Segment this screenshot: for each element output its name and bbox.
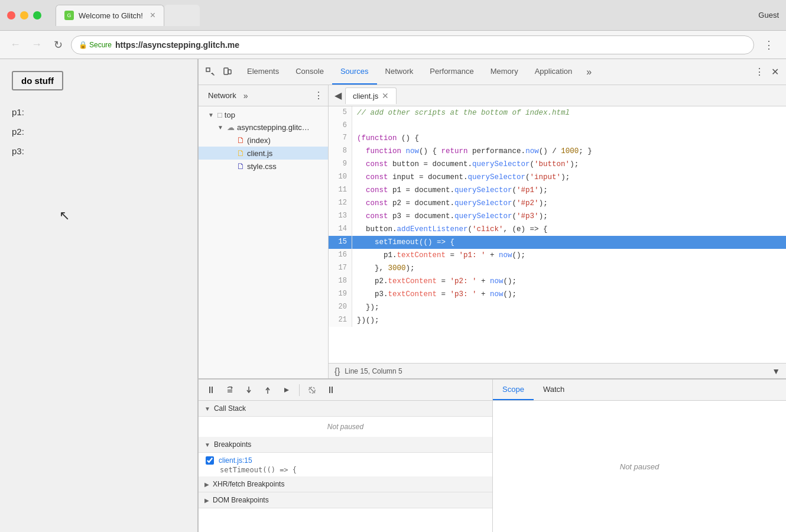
tab-elements[interactable]: Elements (239, 59, 287, 85)
line-number: 10 (329, 171, 352, 184)
back-button[interactable]: ← (7, 37, 24, 53)
maximize-button[interactable] (33, 11, 41, 20)
line-number: 5 (329, 106, 352, 119)
tab-memory[interactable]: Memory (482, 59, 527, 85)
code-line-7[interactable]: 7 (function () { (329, 132, 786, 145)
pause-on-exceptions-button[interactable]: ⏸ (323, 383, 339, 397)
tab-network[interactable]: Network (377, 59, 422, 85)
breakpoints-header[interactable]: ▼ Breakpoints (199, 437, 492, 453)
url-bar[interactable]: 🔒 Secure https://asyncstepping.glitch.me (71, 35, 754, 54)
format-icon[interactable]: {} (334, 366, 340, 376)
code-line-10[interactable]: 10 const input = document.querySelector(… (329, 171, 786, 184)
code-line-13[interactable]: 13 const p3 = document.querySelector('#p… (329, 210, 786, 223)
device-toolbar-button[interactable] (220, 65, 234, 79)
breakpoint-code: setTimeout(() => { (206, 466, 485, 474)
code-line-8[interactable]: 8 function now() { return performance.no… (329, 145, 786, 158)
tree-arrow-icon: ▼ (217, 124, 225, 131)
sources-panel: Network » ⋮ ▼ □ top ▼ ☁ asyncsteppi (199, 85, 786, 378)
code-line-19[interactable]: 19 p3.textContent = 'p3: ' + now(); (329, 288, 786, 301)
scope-tab[interactable]: Scope (493, 379, 534, 400)
bottom-panel: ⏸ ⏸ (199, 378, 786, 532)
devtools-close-button[interactable]: ✕ (769, 64, 781, 80)
debug-right-panel: Scope Watch Not paused (493, 379, 786, 532)
xhr-breakpoints-header[interactable]: ▶ XHR/fetch Breakpoints (199, 476, 492, 492)
code-line-21[interactable]: 21 })(); (329, 314, 786, 327)
breakpoints-arrow-icon: ▼ (204, 442, 210, 448)
code-line-16[interactable]: 16 p1.textContent = 'p1: ' + now(); (329, 249, 786, 262)
reload-button[interactable]: ↻ (50, 37, 66, 53)
cursor-indicator: ↖ (59, 208, 186, 223)
tab-performance[interactable]: Performance (421, 59, 482, 85)
file-tree-more-button[interactable]: » (243, 91, 248, 100)
tree-item-top[interactable]: ▼ □ top (199, 109, 328, 121)
line-number: 19 (329, 288, 352, 301)
close-button[interactable] (7, 11, 15, 20)
code-line-5[interactable]: 5 // add other scripts at the bottom of … (329, 106, 786, 119)
svg-rect-1 (224, 68, 228, 74)
tree-item-origin[interactable]: ▼ ☁ asyncstepping.glitc… (199, 121, 328, 134)
line-number: 21 (329, 314, 352, 327)
page-text: p1: p2: p3: (12, 102, 186, 161)
code-line-content: const p3 = document.querySelector('#p3')… (352, 210, 553, 223)
new-tab-button[interactable] (164, 5, 200, 26)
devtools-more-tabs-button[interactable]: » (583, 59, 595, 85)
devtools-settings-button[interactable]: ⋮ (752, 64, 766, 80)
code-line-15[interactable]: 15 setTimeout(() => { (329, 236, 786, 249)
code-editor-back-button[interactable]: ◀ (331, 90, 345, 101)
file-tree-menu-button[interactable]: ⋮ (314, 90, 323, 101)
step-over-button[interactable] (222, 384, 238, 397)
js-file-icon: 🗋 (236, 148, 245, 158)
tab-close-button[interactable]: × (150, 10, 155, 21)
breakpoint-checkbox[interactable] (206, 456, 214, 465)
tree-item-origin-label: asyncstepping.glitc… (237, 123, 310, 132)
secure-label: Secure (89, 41, 112, 49)
browser-tab[interactable]: G Welcome to Glitch! × (56, 5, 164, 26)
url-prefix: https:// (115, 40, 143, 50)
step-button[interactable] (279, 384, 294, 397)
code-line-content: p3.textContent = 'p3: ' + now(); (352, 288, 521, 301)
dom-breakpoints-header[interactable]: ▶ DOM Breakpoints (199, 492, 492, 508)
tree-item-client-js[interactable]: 🗋 client.js (199, 147, 328, 160)
code-line-9[interactable]: 9 const button = document.querySelector(… (329, 158, 786, 171)
code-tab-filename: client.js (353, 92, 378, 100)
status-dropdown-button[interactable]: ▼ (772, 366, 780, 376)
deactivate-breakpoints-button[interactable] (304, 384, 320, 397)
tree-item-style-css[interactable]: 🗋 style.css (199, 160, 328, 173)
tab-sources[interactable]: Sources (332, 59, 377, 85)
svg-rect-2 (228, 70, 231, 74)
code-content[interactable]: 5 // add other scripts at the bottom of … (329, 106, 786, 363)
code-tab-client-js[interactable]: client.js ✕ (345, 87, 397, 104)
line-number: 17 (329, 262, 352, 275)
code-line-11[interactable]: 11 const p1 = document.querySelector('#p… (329, 184, 786, 197)
step-into-button[interactable] (241, 384, 256, 397)
code-line-18[interactable]: 18 p2.textContent = 'p2: ' + now(); (329, 275, 786, 288)
tree-item-index[interactable]: 🗋 (index) (199, 134, 328, 147)
p1-label: p1: (12, 102, 186, 122)
xhr-breakpoints-label: XHR/fetch Breakpoints (213, 480, 284, 488)
line-number: 13 (329, 210, 352, 223)
devtools-actions: ⋮ ✕ (752, 64, 781, 80)
tab-application[interactable]: Application (527, 59, 581, 85)
step-out-button[interactable] (260, 384, 275, 397)
code-line-14[interactable]: 14 button.addEventListener('click', (e) … (329, 223, 786, 236)
code-line-6[interactable]: 6 (329, 119, 786, 132)
separator (299, 384, 300, 396)
tab-console[interactable]: Console (287, 59, 332, 85)
inspect-element-button[interactable] (203, 65, 217, 79)
browser-menu-button[interactable]: ⋮ (759, 36, 779, 54)
call-stack-header[interactable]: ▼ Call Stack (199, 401, 492, 417)
line-number: 14 (329, 223, 352, 236)
pause-resume-button[interactable]: ⏸ (203, 383, 219, 397)
breakpoint-label: client.js:15 (206, 456, 485, 465)
file-tree-network-tab[interactable]: Network (203, 89, 241, 102)
do-stuff-button[interactable]: do stuff (12, 71, 63, 90)
code-tab-close-button[interactable]: ✕ (382, 91, 389, 100)
watch-tab[interactable]: Watch (534, 379, 574, 400)
code-line-17[interactable]: 17 }, 3000); (329, 262, 786, 275)
code-line-20[interactable]: 20 }); (329, 301, 786, 314)
url-text: https://asyncstepping.glitch.me (115, 40, 239, 50)
minimize-button[interactable] (20, 11, 28, 20)
code-line-12[interactable]: 12 const p2 = document.querySelector('#p… (329, 197, 786, 210)
forward-button[interactable]: → (28, 37, 45, 53)
file-tree-content: ▼ □ top ▼ ☁ asyncstepping.glitc… 🗋 ( (199, 106, 328, 378)
